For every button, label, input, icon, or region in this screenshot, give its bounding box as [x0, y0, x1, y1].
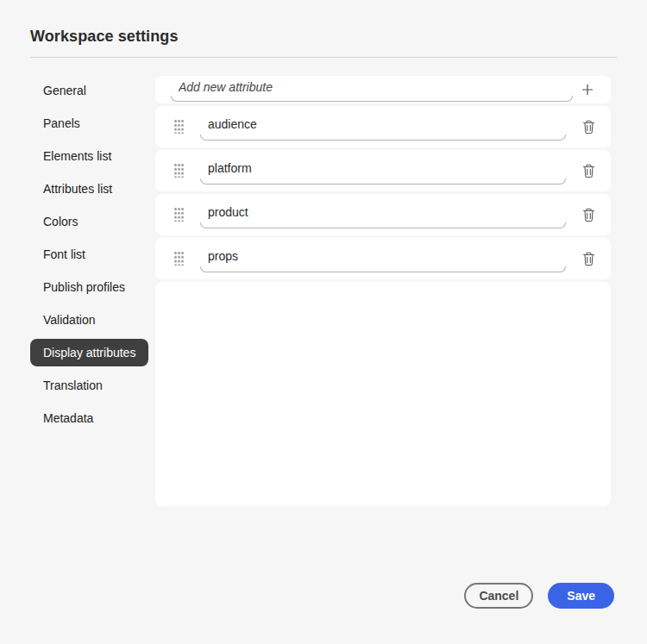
save-button[interactable]: Save	[548, 583, 614, 609]
title-divider	[30, 57, 617, 58]
drag-handle-icon[interactable]	[174, 120, 184, 134]
page-title: Workspace settings	[30, 28, 179, 46]
attribute-input[interactable]	[200, 117, 566, 136]
sidebar-item-general[interactable]: General	[30, 77, 99, 104]
trash-icon	[582, 164, 595, 178]
drag-handle-icon[interactable]	[174, 164, 184, 178]
sidebar-item-label: Elements list	[43, 149, 111, 163]
attribute-row	[155, 150, 611, 191]
dialog-footer: Cancel Save	[464, 583, 614, 609]
attribute-row	[155, 194, 611, 235]
sidebar-item-label: Validation	[43, 313, 95, 327]
sidebar-item-label: Panels	[43, 116, 80, 130]
sidebar-item-label: General	[43, 84, 86, 97]
sidebar-item-colors[interactable]: Colors	[30, 208, 91, 235]
sidebar-item-label: Translation	[43, 378, 103, 392]
settings-sidebar: General Panels Elements list Attributes …	[30, 77, 155, 437]
content-filler-panel	[155, 282, 611, 506]
attribute-input[interactable]	[200, 249, 566, 268]
sidebar-item-label: Font list	[43, 247, 85, 261]
sidebar-item-label: Display attributes	[43, 346, 135, 360]
attribute-field	[200, 245, 566, 272]
trash-icon	[582, 252, 595, 266]
sidebar-item-validation[interactable]: Validation	[30, 306, 108, 334]
trash-icon	[582, 120, 595, 134]
attribute-field	[200, 201, 566, 228]
trash-icon	[582, 208, 595, 222]
sidebar-item-font-list[interactable]: Font list	[30, 241, 98, 268]
drag-handle-icon[interactable]	[174, 252, 184, 266]
attribute-row	[155, 106, 611, 147]
delete-attribute-button[interactable]	[566, 194, 611, 235]
sidebar-item-metadata[interactable]: Metadata	[30, 404, 106, 432]
attribute-row	[155, 238, 611, 279]
workspace-settings-dialog: Workspace settings General Panels Elemen…	[0, 0, 647, 644]
attribute-field	[200, 157, 566, 184]
attribute-input[interactable]	[200, 205, 566, 224]
add-attribute-field	[171, 77, 573, 103]
attribute-field	[200, 113, 566, 141]
sidebar-item-elements-list[interactable]: Elements list	[30, 142, 124, 170]
sidebar-item-attributes-list[interactable]: Attributes list	[30, 175, 125, 203]
sidebar-item-label: Attributes list	[43, 182, 112, 196]
display-attributes-panel	[155, 76, 611, 506]
delete-attribute-button[interactable]	[566, 238, 611, 279]
delete-attribute-button[interactable]	[566, 150, 611, 191]
sidebar-item-panels[interactable]: Panels	[30, 109, 93, 137]
cancel-button[interactable]: Cancel	[464, 583, 533, 609]
sidebar-item-translation[interactable]: Translation	[30, 372, 116, 399]
sidebar-item-label: Colors	[43, 215, 78, 228]
sidebar-item-label: Metadata	[43, 411, 93, 425]
drag-handle-icon[interactable]	[174, 208, 184, 222]
add-attribute-button[interactable]	[573, 76, 602, 103]
add-attribute-row	[155, 76, 611, 103]
plus-icon	[581, 84, 594, 96]
attribute-input[interactable]	[200, 161, 566, 180]
sidebar-item-label: Publish profiles	[43, 280, 125, 294]
add-attribute-input[interactable]	[171, 80, 573, 99]
sidebar-item-display-attributes[interactable]: Display attributes	[30, 339, 148, 366]
sidebar-item-publish-profiles[interactable]: Publish profiles	[30, 273, 138, 301]
delete-attribute-button[interactable]	[566, 106, 611, 147]
